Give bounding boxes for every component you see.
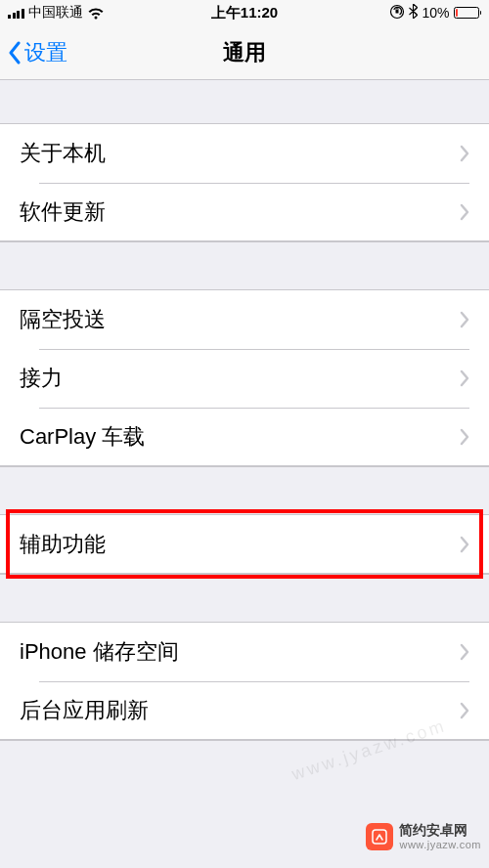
watermark-sub: www.jyazw.com [399,839,481,850]
cell-label: CarPlay 车载 [20,422,460,452]
cell-label: 后台应用刷新 [20,696,460,725]
cell-label: 辅助功能 [20,530,460,559]
status-time: 上午11:20 [211,4,278,22]
group-spacer [0,80,489,123]
cell-iphone-storage[interactable]: iPhone 储存空间 [0,623,489,681]
chevron-right-icon [460,536,469,553]
group-spacer [0,242,489,289]
wifi-icon [87,7,105,20]
watermark: 简约安卓网 www.jyazw.com [366,823,481,850]
cell-software-update[interactable]: 软件更新 [0,183,489,241]
chevron-right-icon [460,702,469,719]
settings-group-4: iPhone 储存空间 后台应用刷新 [0,622,489,741]
back-label: 设置 [24,38,67,67]
status-right: 10% [389,4,481,22]
cell-accessibility[interactable]: 辅助功能 [0,515,489,574]
chevron-right-icon [460,311,469,328]
watermark-text: 简约安卓网 www.jyazw.com [399,823,481,849]
orientation-lock-icon [389,4,405,22]
cell-label: 关于本机 [20,139,460,168]
chevron-right-icon [460,643,469,661]
carrier-label: 中国联通 [28,4,83,22]
svg-rect-1 [396,10,399,14]
battery-icon [454,7,482,19]
back-button[interactable]: 设置 [8,38,67,67]
group-spacer [0,575,489,622]
status-bar: 中国联通 上午11:20 10% [0,0,489,25]
chevron-right-icon [460,369,469,387]
watermark-title: 简约安卓网 [399,823,481,838]
chevron-left-icon [8,41,22,65]
cell-label: 软件更新 [20,197,460,227]
chevron-right-icon [460,203,469,221]
nav-bar: 设置 通用 [0,25,489,80]
chevron-right-icon [460,145,469,162]
cell-about[interactable]: 关于本机 [0,124,489,183]
cell-label: iPhone 储存空间 [20,637,460,667]
bluetooth-icon [409,4,418,22]
status-left: 中国联通 [8,4,105,22]
signal-icon [8,7,24,19]
cell-label: 接力 [20,364,460,393]
battery-pct: 10% [422,5,449,21]
group-spacer [0,467,489,514]
svg-rect-2 [373,830,386,844]
watermark-icon [366,823,393,850]
chevron-right-icon [460,428,469,446]
cell-label: 隔空投送 [20,305,460,334]
settings-group-3: 辅助功能 [0,514,489,575]
cell-handoff[interactable]: 接力 [0,349,489,408]
settings-group-2: 隔空投送 接力 CarPlay 车载 [0,289,489,467]
settings-group-1: 关于本机 软件更新 [0,123,489,242]
cell-carplay[interactable]: CarPlay 车载 [0,408,489,466]
page-title: 通用 [223,38,266,67]
cell-airdrop[interactable]: 隔空投送 [0,290,489,349]
